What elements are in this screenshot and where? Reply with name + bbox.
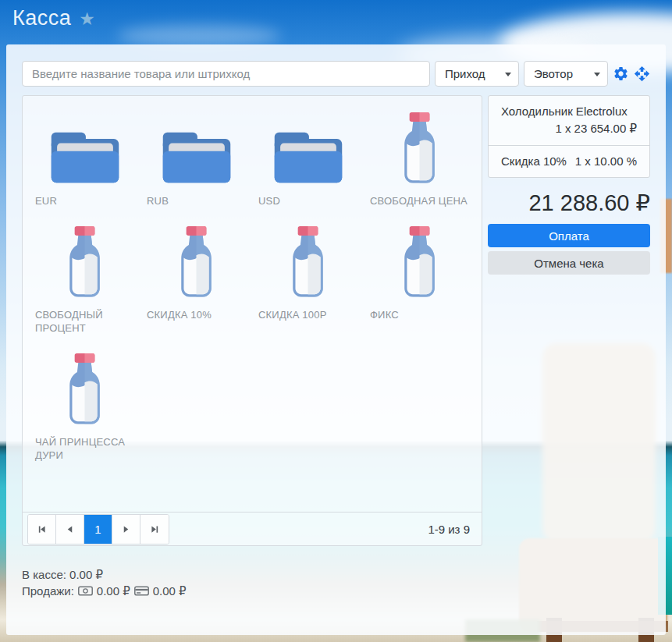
gear-icon[interactable] [613, 66, 629, 82]
product-grid: EUR RUB USD [23, 96, 482, 512]
sales-card-amount: 0.00 ₽ [153, 583, 187, 599]
cart-total: 21 288.60 ₽ [488, 190, 650, 216]
cart-items: Холодильник Electrolux 1 x 23 654.00 ₽ С… [488, 95, 650, 178]
star-icon: ★ [79, 7, 95, 30]
cloud [117, 25, 281, 47]
product-item-label: ЧАЙ ПРИНЦЕССА ДУРИ [29, 436, 140, 463]
pagination-bar: 1 1-9 из 9 [23, 512, 482, 545]
search-input[interactable] [22, 61, 430, 87]
credit-card-icon [134, 586, 149, 596]
folder-icon [29, 107, 140, 186]
toolbar: Приход Эвотор [6, 44, 666, 87]
sales-label: Продажи: [22, 583, 74, 599]
last-page-icon [151, 525, 159, 534]
product-item[interactable]: RUB [140, 107, 252, 208]
prev-page-icon [66, 525, 74, 534]
cart-panel: Холодильник Electrolux 1 x 23 654.00 ₽ С… [488, 95, 650, 275]
operation-select-value: Приход [445, 67, 485, 80]
product-item-label: RUB [140, 195, 252, 208]
sales-line: Продажи: 0.00 ₽ 0.00 ₽ [22, 583, 650, 599]
product-item-label: СКИДКА 100Р [252, 309, 364, 322]
folder-icon [252, 107, 364, 186]
cart-item-row[interactable]: Холодильник Electrolux 1 x 23 654.00 ₽ [489, 96, 649, 145]
sales-cash-amount: 0.00 ₽ [97, 583, 130, 599]
cart-item-amount: 1 x 23 654.00 ₽ [555, 122, 637, 136]
next-page-button[interactable] [112, 515, 140, 544]
cart-item-name: Холодильник Electrolux [501, 105, 628, 118]
product-item[interactable]: ФИКС [364, 221, 475, 335]
cancel-receipt-button[interactable]: Отмена чека [488, 251, 650, 275]
cart-item-name: Скидка 10% [501, 154, 567, 168]
pay-button[interactable]: Оплата [488, 224, 650, 247]
move-icon[interactable] [634, 66, 650, 82]
product-item[interactable]: СКИДКА 100Р [252, 221, 364, 335]
product-catalog: EUR RUB USD [22, 95, 482, 546]
cash-in-register-line: В кассе: 0.00 ₽ [22, 566, 650, 583]
folder-icon [140, 107, 252, 186]
device-select[interactable]: Эвотор [524, 61, 608, 87]
cart-item-amount: 1 x 10.00 % [575, 154, 637, 168]
milk-bottle-icon [364, 221, 475, 300]
page-1-button[interactable]: 1 [84, 515, 112, 544]
status-block: В кассе: 0.00 ₽ Продажи: 0.00 ₽ 0.00 ₽ [22, 566, 650, 599]
product-item[interactable]: СВОБОДНЫЙ ПРОЦЕНТ [29, 221, 140, 335]
product-item[interactable]: ЧАЙ ПРИНЦЕССА ДУРИ [29, 348, 140, 463]
milk-bottle-icon [252, 221, 364, 300]
banknote-icon [78, 586, 93, 596]
prev-page-button[interactable] [56, 515, 84, 544]
device-select-value: Эвотор [534, 67, 573, 80]
product-item[interactable]: СВОБОДНАЯ ЦЕНА [364, 107, 475, 208]
product-item-label: USD [252, 195, 364, 208]
main-panel: Приход Эвотор EUR [6, 44, 666, 635]
milk-bottle-icon [140, 221, 252, 300]
next-page-icon [122, 525, 130, 534]
milk-bottle-icon [29, 221, 140, 300]
first-page-button[interactable] [28, 515, 56, 544]
app-title: Касса [12, 6, 71, 30]
product-item-label: СВОБОДНЫЙ ПРОЦЕНТ [29, 309, 140, 335]
cart-item-row[interactable]: Скидка 10% 1 x 10.00 % [489, 145, 649, 177]
last-page-button[interactable] [140, 515, 169, 544]
app-header: Касса ★ [12, 6, 95, 30]
product-item[interactable]: USD [252, 107, 364, 208]
milk-bottle-icon [364, 107, 475, 186]
milk-bottle-icon [29, 348, 140, 427]
product-item[interactable]: СКИДКА 10% [140, 221, 252, 335]
product-item-label: ФИКС [364, 309, 475, 322]
product-item-label: СКИДКА 10% [140, 309, 252, 322]
product-item-label: СВОБОДНАЯ ЦЕНА [364, 195, 475, 208]
operation-select[interactable]: Приход [435, 61, 519, 87]
first-page-icon [37, 525, 46, 534]
pager: 1 [27, 514, 169, 544]
pagination-range-label: 1-9 из 9 [428, 523, 470, 536]
content: EUR RUB USD [6, 87, 666, 546]
product-item-label: EUR [29, 195, 140, 208]
product-item[interactable]: EUR [29, 107, 140, 208]
